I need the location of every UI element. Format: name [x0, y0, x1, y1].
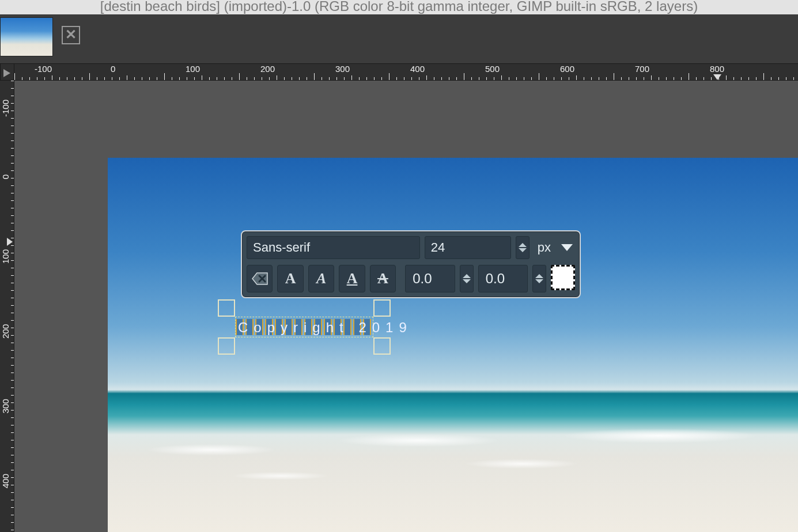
- ruler-h-label: 700: [635, 64, 649, 74]
- ruler-h-label: 300: [335, 64, 350, 74]
- font-family-value: Sans-serif: [253, 240, 310, 255]
- text-layer-bounding-box[interactable]: Copyright 2019: [235, 317, 373, 337]
- spinner-down-icon[interactable]: [463, 279, 471, 283]
- font-size-unit[interactable]: px: [534, 236, 554, 259]
- bold-button[interactable]: A: [277, 265, 303, 292]
- resize-handle-top-right[interactable]: [373, 299, 391, 317]
- font-family-field[interactable]: Sans-serif: [247, 236, 420, 259]
- font-size-field[interactable]: 24: [425, 236, 511, 259]
- ruler-h-label: 400: [410, 64, 425, 74]
- ruler-v-label: 100: [1, 249, 10, 264]
- window-title-bar: [destin beach birds] (imported)-1.0 (RGB…: [0, 0, 798, 14]
- baseline-spinner[interactable]: [460, 265, 474, 292]
- close-icon: ✕: [65, 26, 77, 42]
- image-canvas[interactable]: [108, 158, 798, 532]
- spinner-up-icon[interactable]: [535, 274, 543, 278]
- kerning-value: 0.0: [486, 271, 505, 287]
- ruler-h-label: 500: [485, 64, 500, 74]
- image-decoration-waves: [108, 394, 798, 488]
- resize-handle-bottom-right[interactable]: [373, 337, 391, 355]
- ruler-h-position-marker: [713, 74, 721, 80]
- document-tab-thumbnail[interactable]: [0, 17, 53, 56]
- baseline-offset-field[interactable]: 0.0: [405, 265, 455, 292]
- font-size-value: 24: [431, 240, 445, 255]
- italic-button[interactable]: A: [308, 265, 334, 292]
- text-color-well[interactable]: [551, 265, 575, 290]
- ruler-v-label: 0: [1, 174, 10, 179]
- resize-handle-bottom-left[interactable]: [218, 337, 235, 355]
- canvas-viewport[interactable]: Copyright 2019 Sans-serif 24 px: [14, 81, 798, 532]
- ruler-h-label: -100: [35, 64, 52, 74]
- ruler-v-label: 200: [1, 324, 10, 339]
- baseline-offset-value: 0.0: [413, 271, 432, 287]
- window-title: [destin beach birds] (imported)-1.0 (RGB…: [100, 0, 698, 14]
- ruler-origin-corner[interactable]: [0, 63, 14, 81]
- backspace-x-icon: [251, 272, 268, 286]
- horizontal-ruler[interactable]: -1000100200300400500600700800: [14, 63, 798, 81]
- ruler-v-label: -100: [1, 100, 10, 117]
- ruler-h-label: 0: [111, 64, 115, 74]
- close-tab-button[interactable]: ✕: [62, 26, 80, 44]
- italic-icon: A: [316, 270, 326, 287]
- ruler-v-position-marker: [7, 238, 13, 246]
- strikethrough-button[interactable]: A: [370, 265, 396, 292]
- spinner-up-icon[interactable]: [463, 274, 471, 278]
- ruler-v-label: 300: [1, 399, 10, 413]
- ruler-h-label: 100: [186, 64, 200, 74]
- spinner-down-icon[interactable]: [535, 279, 543, 283]
- vertical-ruler[interactable]: -1000100200300400: [0, 81, 14, 532]
- bold-icon: A: [285, 270, 296, 287]
- spinner-up-icon[interactable]: [519, 243, 527, 247]
- document-tab-strip: ✕: [0, 14, 798, 63]
- ruler-h-label: 200: [260, 64, 275, 74]
- ruler-h-label: 600: [560, 64, 574, 74]
- text-tool-toolbar[interactable]: Sans-serif 24 px A A A A: [241, 230, 581, 298]
- underline-button[interactable]: A: [339, 265, 365, 292]
- unit-dropdown-icon[interactable]: [561, 244, 573, 251]
- kerning-spinner[interactable]: [532, 265, 546, 292]
- kerning-field[interactable]: 0.0: [478, 265, 528, 292]
- font-size-spinner[interactable]: [516, 236, 530, 259]
- resize-handle-top-left[interactable]: [218, 299, 235, 317]
- underline-icon: A: [347, 270, 358, 287]
- spinner-down-icon[interactable]: [519, 248, 527, 252]
- text-layer-content[interactable]: Copyright 2019: [238, 320, 413, 336]
- ruler-h-label: 800: [710, 64, 724, 74]
- ruler-v-label: 400: [1, 474, 10, 488]
- strikethrough-icon: A: [377, 270, 388, 287]
- clear-style-button[interactable]: [247, 265, 273, 292]
